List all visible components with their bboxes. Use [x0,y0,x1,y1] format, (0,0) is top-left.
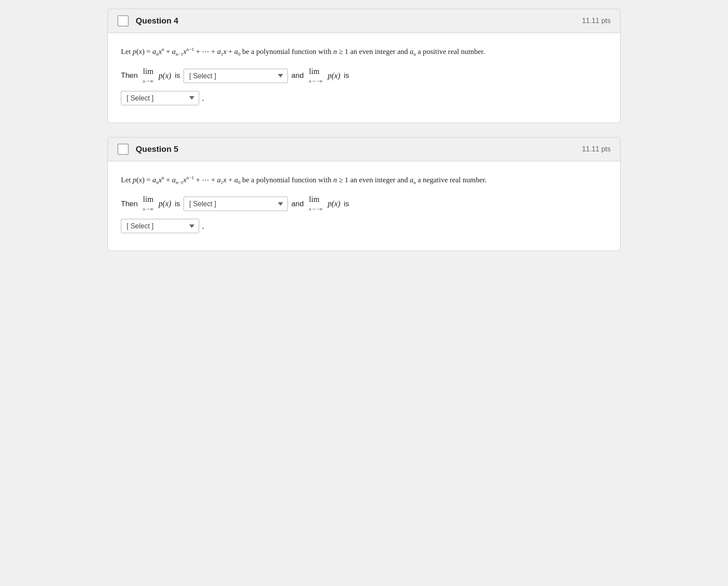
question-5-problem-text: Let p(x) = anxn + an−1xn−1 + ⋯ + a1x + a… [121,174,607,187]
question-4-body: Let p(x) = anxn + an−1xn−1 + ⋯ + a1x + a… [108,33,620,123]
question-5-select-row-1: Then lim x→∞ p(x) is [ Select ] +∞ −∞ 0 … [121,195,607,213]
q4-is-text: is [175,71,180,80]
question-5-pts: 11.11 pts [582,145,611,153]
q4-lim2-func: p(x) [328,71,341,80]
question-5-header: Question 5 11.11 pts [108,137,620,161]
q4-period: . [202,93,204,103]
q5-then-text: Then [121,200,138,208]
question-4-checkbox[interactable] [117,15,129,27]
question-5-header-left: Question 5 [117,144,178,155]
question-4-header-left: Question 4 [117,15,178,27]
q4-lim1-expr: lim x→∞ [143,67,154,85]
q4-lim1-func: p(x) [159,71,171,80]
q5-is-text: is [175,200,180,208]
q5-lim2-func: p(x) [328,199,341,208]
question-5-select-2[interactable]: [ Select ] +∞ −∞ 0 does not exist [121,219,199,233]
q5-period: . [202,221,204,231]
question-5-body: Let p(x) = anxn + an−1xn−1 + ⋯ + a1x + a… [108,161,620,251]
question-4-select-row-2: [ Select ] +∞ −∞ 0 does not exist . [121,91,607,105]
q4-is2-text: is [344,71,349,80]
question-4-select-1[interactable]: [ Select ] +∞ −∞ 0 does not exist [184,69,288,83]
question-4-title: Question 4 [136,16,178,26]
q4-and-text: and [291,71,304,80]
question-5-checkbox[interactable] [117,144,129,155]
question-4-card: Question 4 11.11 pts Let p(x) = anxn + a… [107,9,621,123]
question-5-select-1[interactable]: [ Select ] +∞ −∞ 0 does not exist [184,197,288,211]
question-4-select-row-1: Then lim x→∞ p(x) is [ Select ] +∞ −∞ 0 … [121,67,607,85]
q5-is2-text: is [344,200,349,208]
q5-lim1-expr: lim x→∞ [143,195,154,213]
question-4-pts: 11.11 pts [582,17,611,25]
question-5-title: Question 5 [136,144,178,154]
question-5-select-row-2: [ Select ] +∞ −∞ 0 does not exist . [121,219,607,233]
question-4-select-2[interactable]: [ Select ] +∞ −∞ 0 does not exist [121,91,199,105]
question-5-card: Question 5 11.11 pts Let p(x) = anxn + a… [107,137,621,251]
question-4-header: Question 4 11.11 pts [108,9,620,33]
q4-then-text: Then [121,71,138,80]
q5-and-text: and [291,200,304,208]
q5-lim2-expr: lim x→−∞ [309,195,322,213]
q5-lim1-func: p(x) [159,199,171,208]
question-4-problem-text: Let p(x) = anxn + an−1xn−1 + ⋯ + a1x + a… [121,45,607,58]
q4-lim2-expr: lim x→−∞ [309,67,322,85]
